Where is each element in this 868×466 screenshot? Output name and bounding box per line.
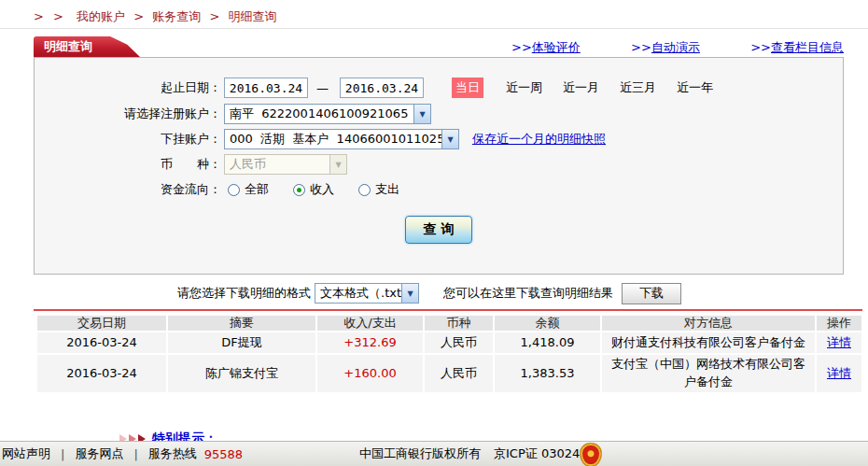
header-links: >>体验评价 >>自动演示 >>查看栏目信息 [511,39,844,56]
download-format-label: 请您选择下载明细的格式 [177,285,311,302]
col-header-action: 操作 [817,316,861,332]
table-row: 2016-03-24 陈广锦支付宝 +160.00 人民币 1,383.53 支… [37,355,863,394]
currency-select: 人民币 ▼ [224,154,347,175]
link-label: 查看栏目信息 [771,40,844,54]
footer-separator: | [61,447,64,461]
chevron-down-icon: ▼ [329,155,346,174]
flow-option-expense[interactable]: 支出 [375,181,399,198]
sub-account-select[interactable]: 000 活期 基本户 1406600101102571848 ▼ [224,129,459,149]
breadcrumb: > > 我的账户 > 账务查询 > 明细查询 [34,8,281,25]
breadcrumb-prefix: > > [34,9,66,23]
currency-value: 人民币 [225,155,329,174]
quick-range-quarter[interactable]: 近三月 [620,79,656,96]
footer: 网站声明 | 服务网点 | 服务热线 95588 中国工商银行版权所有 京ICP… [0,441,868,466]
cell-date: 2016-03-24 [37,355,168,394]
flow-direction-row: 资金流向： 全部 收入 支出 [35,178,843,201]
link-label: 体验评价 [532,40,581,54]
link-view-column-info[interactable]: >>查看栏目信息 [750,39,844,56]
cell-date: 2016-03-24 [37,332,168,355]
hotline-number: 95588 [204,447,243,461]
chevron-down-icon: ▼ [401,284,418,303]
quick-range-year[interactable]: 近一年 [677,79,713,96]
footer-center: 中国工商银行版权所有 京ICP证 030247号 [359,445,600,462]
query-button-row: 查 询 [35,216,843,244]
register-account-value: 南平 6222001406100921065 灵通卡 [225,105,413,123]
breadcrumb-separator: > [209,9,219,23]
cell-balance: 1,418.09 [495,332,602,355]
footer-link-site-statement[interactable]: 网站声明 [2,445,50,462]
transactions-table: 交易日期 摘要 收入/支出 币种 余额 对方信息 操作 2016-03-24 D… [37,316,863,394]
link-auto-demo[interactable]: >>自动演示 [631,39,700,56]
breadcrumb-item-account-query[interactable]: 账务查询 [152,9,201,23]
breadcrumb-item-my-account[interactable]: 我的账户 [77,9,125,23]
breadcrumb-item-detail-query: 明细查询 [228,9,276,23]
download-button[interactable]: 下载 [622,283,681,304]
currency-label: 币 种： [35,156,221,173]
cell-summary: 陈广锦支付宝 [168,355,317,394]
security-badge-icon[interactable] [580,443,602,466]
cell-currency: 人民币 [425,355,495,394]
date-to-input[interactable] [340,78,424,98]
tab-detail-query[interactable]: 明细查询 [34,36,140,57]
date-range-dash: — [316,81,329,95]
col-header-currency: 币种 [425,316,495,332]
today-button[interactable]: 当日 [452,78,483,98]
tab-label: 明细查询 [44,39,92,53]
snapshot-link[interactable]: 保存近一个月的明细快照 [472,131,606,148]
double-arrow-icon: >> [631,40,651,54]
register-account-label: 请选择注册账户： [35,106,221,122]
sub-account-label: 下挂账户： [35,131,221,148]
detail-link[interactable]: 详情 [827,334,851,352]
download-format-value: 文本格式（.txt） [315,284,401,303]
download-format-select[interactable]: 文本格式（.txt） ▼ [315,283,419,304]
cell-amount: +312.69 [317,332,425,355]
sub-account-row: 下挂账户： 000 活期 基本户 1406600101102571848 ▼ 保… [35,128,843,150]
copyright-text: 中国工商银行版权所有 [359,445,481,462]
chevron-down-icon: ▼ [413,105,430,123]
double-arrow-icon: >> [511,40,532,54]
col-header-balance: 余额 [495,316,602,332]
flow-direction-label: 资金流向： [35,181,221,198]
cell-counterparty: 支付宝（中国）网络技术有限公司客户备付金 [602,355,817,394]
quick-range-week[interactable]: 近一周 [506,79,542,96]
cell-balance: 1,383.53 [495,355,602,394]
breadcrumb-separator: > [133,9,144,23]
register-account-select[interactable]: 南平 6222001406100921065 灵通卡 ▼ [224,104,431,124]
cell-summary: DF提现 [168,332,317,355]
footer-link-service-outlets[interactable]: 服务网点 [75,445,123,462]
footer-left: 网站声明 | 服务网点 | 服务热线 95588 [2,445,243,462]
download-row: 请您选择下载明细的格式 文本格式（.txt） ▼ 您可以在这里下载查询明细结果 … [34,282,844,304]
link-experience-review[interactable]: >>体验评价 [511,39,581,56]
currency-row: 币 种： 人民币 ▼ [35,153,843,176]
chevron-down-icon: ▼ [441,130,458,148]
table-row: 2016-03-24 DF提现 +312.69 人民币 1,418.09 财付通… [37,332,863,355]
date-range-label: 起止日期： [35,79,221,96]
col-header-counterparty: 对方信息 [602,316,817,332]
cell-amount: +160.00 [317,355,425,394]
hotline-label: 服务热线 [148,445,197,462]
flow-option-all[interactable]: 全部 [245,181,269,198]
flow-radio-expense[interactable] [358,184,371,196]
flow-radio-income[interactable] [293,184,305,196]
query-button[interactable]: 查 询 [405,216,472,244]
col-header-date: 交易日期 [37,316,168,332]
date-from-input[interactable] [224,78,308,98]
date-range-row: 起止日期： — 当日 近一周 近一月 近三月 近一年 [35,77,843,99]
flow-radio-all[interactable] [228,184,240,196]
cell-counterparty: 财付通支付科技有限公司客户备付金 [602,332,817,355]
register-account-row: 请选择注册账户： 南平 6222001406100921065 灵通卡 ▼ [35,103,843,125]
cell-currency: 人民币 [425,332,495,355]
table-header-row: 交易日期 摘要 收入/支出 币种 余额 对方信息 操作 [37,316,863,332]
sub-account-value: 000 活期 基本户 1406600101102571848 [225,130,441,148]
red-divider [34,309,862,311]
divider [0,28,868,29]
flow-option-income[interactable]: 收入 [310,181,334,198]
icbc-detail-query-page: > > 我的账户 > 账务查询 > 明细查询 明细查询 >>体验评价 >>自动演… [0,0,868,466]
detail-link[interactable]: 详情 [827,365,851,383]
query-form: 起止日期： — 当日 近一周 近一月 近三月 近一年 请选择注册账户： 南平 6… [34,57,844,275]
col-header-summary: 摘要 [168,316,317,332]
download-hint: 您可以在这里下载查询明细结果 [443,285,613,302]
link-label: 自动演示 [651,40,700,54]
col-header-amount: 收入/支出 [317,316,425,332]
quick-range-month[interactable]: 近一月 [563,79,599,96]
